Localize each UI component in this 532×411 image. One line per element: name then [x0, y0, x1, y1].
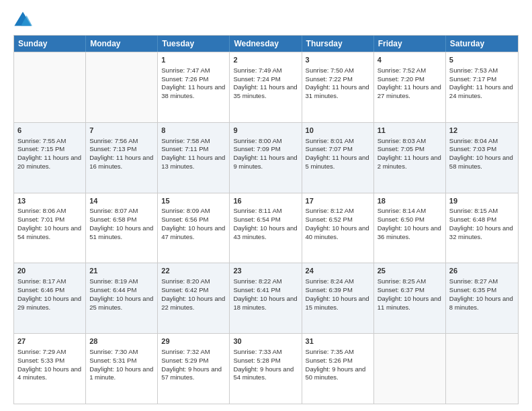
sunrise-text: Sunrise: 7:47 AM	[161, 66, 210, 74]
daylight-text: Daylight: 10 hours and 58 minutes.	[449, 154, 513, 170]
daylight-text: Daylight: 10 hours and 22 minutes.	[161, 295, 225, 311]
sunset-text: Sunset: 6:35 PM	[449, 286, 496, 293]
sunrise-text: Sunrise: 8:27 AM	[449, 277, 498, 285]
sunset-text: Sunset: 6:56 PM	[161, 216, 208, 223]
sunrise-text: Sunrise: 8:01 AM	[306, 137, 354, 144]
sunrise-text: Sunrise: 7:53 AM	[449, 66, 498, 74]
day-number: 16	[233, 196, 298, 206]
day-number: 21	[89, 266, 154, 276]
calendar-cell: 1Sunrise: 7:47 AMSunset: 7:26 PMDaylight…	[158, 52, 230, 122]
calendar-cell: 27Sunrise: 7:29 AMSunset: 5:33 PMDayligh…	[14, 334, 86, 404]
calendar-cell: 25Sunrise: 8:25 AMSunset: 6:37 PMDayligh…	[374, 263, 446, 333]
day-number: 20	[17, 266, 82, 276]
day-number: 30	[233, 336, 298, 347]
calendar-cell: 20Sunrise: 8:17 AMSunset: 6:46 PMDayligh…	[14, 263, 86, 333]
sunset-text: Sunset: 6:46 PM	[17, 286, 64, 293]
calendar-week-5: 27Sunrise: 7:29 AMSunset: 5:33 PMDayligh…	[14, 333, 518, 404]
day-number: 22	[161, 266, 226, 276]
daylight-text: Daylight: 10 hours and 29 minutes.	[17, 295, 81, 311]
day-number: 10	[306, 126, 370, 136]
sunrise-text: Sunrise: 7:30 AM	[89, 348, 138, 355]
sunset-text: Sunset: 5:26 PM	[306, 357, 353, 364]
logo-icon	[13, 11, 32, 30]
page: SundayMondayTuesdayWednesdayThursdayFrid…	[0, 0, 532, 411]
daylight-text: Daylight: 10 hours and 40 minutes.	[306, 224, 369, 240]
sunset-text: Sunset: 6:42 PM	[161, 286, 208, 293]
calendar-cell: 15Sunrise: 8:09 AMSunset: 6:56 PMDayligh…	[158, 193, 230, 263]
sunrise-text: Sunrise: 8:22 AM	[233, 277, 281, 285]
sunset-text: Sunset: 7:01 PM	[17, 216, 64, 223]
sunset-text: Sunset: 7:05 PM	[378, 145, 425, 152]
calendar-cell: 28Sunrise: 7:30 AMSunset: 5:31 PMDayligh…	[86, 334, 158, 404]
sunset-text: Sunset: 6:58 PM	[89, 216, 136, 223]
sunrise-text: Sunrise: 8:20 AM	[161, 277, 210, 285]
daylight-text: Daylight: 10 hours and 47 minutes.	[161, 224, 225, 240]
daylight-text: Daylight: 11 hours and 16 minutes.	[89, 154, 153, 170]
day-number: 11	[378, 126, 442, 136]
daylight-text: Daylight: 11 hours and 20 minutes.	[17, 154, 81, 170]
sunset-text: Sunset: 6:50 PM	[378, 216, 425, 223]
daylight-text: Daylight: 9 hours and 50 minutes.	[306, 365, 366, 381]
sunset-text: Sunset: 6:41 PM	[233, 286, 280, 293]
sunrise-text: Sunrise: 7:52 AM	[378, 66, 426, 74]
day-number: 14	[89, 196, 154, 206]
calendar-cell: 4Sunrise: 7:52 AMSunset: 7:20 PMDaylight…	[374, 52, 446, 122]
sunrise-text: Sunrise: 7:35 AM	[306, 348, 354, 355]
sunrise-text: Sunrise: 8:04 AM	[449, 137, 498, 144]
header-day-monday: Monday	[86, 36, 158, 52]
sunset-text: Sunset: 6:52 PM	[306, 216, 353, 223]
sunrise-text: Sunrise: 7:55 AM	[17, 137, 66, 144]
day-number: 19	[449, 196, 515, 206]
calendar-week-4: 20Sunrise: 8:17 AMSunset: 6:46 PMDayligh…	[14, 263, 518, 333]
daylight-text: Daylight: 10 hours and 8 minutes.	[449, 295, 513, 311]
calendar-cell: 8Sunrise: 7:58 AMSunset: 7:11 PMDaylight…	[158, 123, 230, 193]
daylight-text: Daylight: 9 hours and 54 minutes.	[233, 365, 294, 381]
day-number: 6	[17, 126, 82, 136]
sunset-text: Sunset: 7:22 PM	[306, 75, 353, 83]
daylight-text: Daylight: 11 hours and 13 minutes.	[161, 154, 225, 170]
sunrise-text: Sunrise: 8:25 AM	[378, 277, 426, 285]
daylight-text: Daylight: 11 hours and 38 minutes.	[161, 83, 225, 99]
sunrise-text: Sunrise: 7:29 AM	[17, 348, 66, 355]
sunrise-text: Sunrise: 7:32 AM	[161, 348, 210, 355]
calendar-cell: 6Sunrise: 7:55 AMSunset: 7:15 PMDaylight…	[14, 123, 86, 193]
calendar-cell	[446, 334, 518, 404]
sunrise-text: Sunrise: 7:56 AM	[89, 137, 138, 144]
day-number: 23	[233, 266, 298, 276]
calendar-cell: 7Sunrise: 7:56 AMSunset: 7:13 PMDaylight…	[86, 123, 158, 193]
calendar-cell: 2Sunrise: 7:49 AMSunset: 7:24 PMDaylight…	[230, 52, 302, 122]
daylight-text: Daylight: 10 hours and 32 minutes.	[449, 224, 513, 240]
calendar-week-2: 6Sunrise: 7:55 AMSunset: 7:15 PMDaylight…	[14, 122, 518, 193]
calendar-cell: 21Sunrise: 8:19 AMSunset: 6:44 PMDayligh…	[86, 263, 158, 333]
calendar-cell: 18Sunrise: 8:14 AMSunset: 6:50 PMDayligh…	[374, 193, 446, 263]
calendar-cell: 12Sunrise: 8:04 AMSunset: 7:03 PMDayligh…	[446, 123, 518, 193]
calendar-cell: 9Sunrise: 8:00 AMSunset: 7:09 PMDaylight…	[230, 123, 302, 193]
calendar-cell: 5Sunrise: 7:53 AMSunset: 7:17 PMDaylight…	[446, 52, 518, 122]
calendar-cell: 23Sunrise: 8:22 AMSunset: 6:41 PMDayligh…	[230, 263, 302, 333]
sunrise-text: Sunrise: 8:11 AM	[233, 207, 281, 214]
sunset-text: Sunset: 6:37 PM	[378, 286, 425, 293]
calendar-cell: 29Sunrise: 7:32 AMSunset: 5:29 PMDayligh…	[158, 334, 230, 404]
daylight-text: Daylight: 10 hours and 43 minutes.	[233, 224, 297, 240]
day-number: 15	[161, 196, 226, 206]
sunset-text: Sunset: 5:28 PM	[233, 357, 280, 364]
calendar-header: SundayMondayTuesdayWednesdayThursdayFrid…	[14, 36, 518, 52]
sunrise-text: Sunrise: 8:12 AM	[306, 207, 354, 214]
daylight-text: Daylight: 11 hours and 27 minutes.	[378, 83, 441, 99]
header-day-wednesday: Wednesday	[230, 36, 302, 52]
sunset-text: Sunset: 7:15 PM	[17, 145, 64, 152]
day-number: 27	[17, 336, 82, 347]
calendar-week-3: 13Sunrise: 8:06 AMSunset: 7:01 PMDayligh…	[14, 193, 518, 263]
calendar-cell: 13Sunrise: 8:06 AMSunset: 7:01 PMDayligh…	[14, 193, 86, 263]
header	[13, 11, 519, 30]
calendar-cell: 14Sunrise: 8:07 AMSunset: 6:58 PMDayligh…	[86, 193, 158, 263]
calendar-body: 1Sunrise: 7:47 AMSunset: 7:26 PMDaylight…	[14, 52, 518, 404]
day-number: 25	[378, 266, 442, 276]
sunset-text: Sunset: 7:11 PM	[161, 145, 208, 152]
calendar-cell: 10Sunrise: 8:01 AMSunset: 7:07 PMDayligh…	[302, 123, 374, 193]
daylight-text: Daylight: 11 hours and 5 minutes.	[306, 154, 369, 170]
calendar-cell: 24Sunrise: 8:24 AMSunset: 6:39 PMDayligh…	[302, 263, 374, 333]
daylight-text: Daylight: 10 hours and 1 minute.	[89, 365, 153, 381]
sunrise-text: Sunrise: 8:03 AM	[378, 137, 426, 144]
sunrise-text: Sunrise: 7:33 AM	[233, 348, 281, 355]
